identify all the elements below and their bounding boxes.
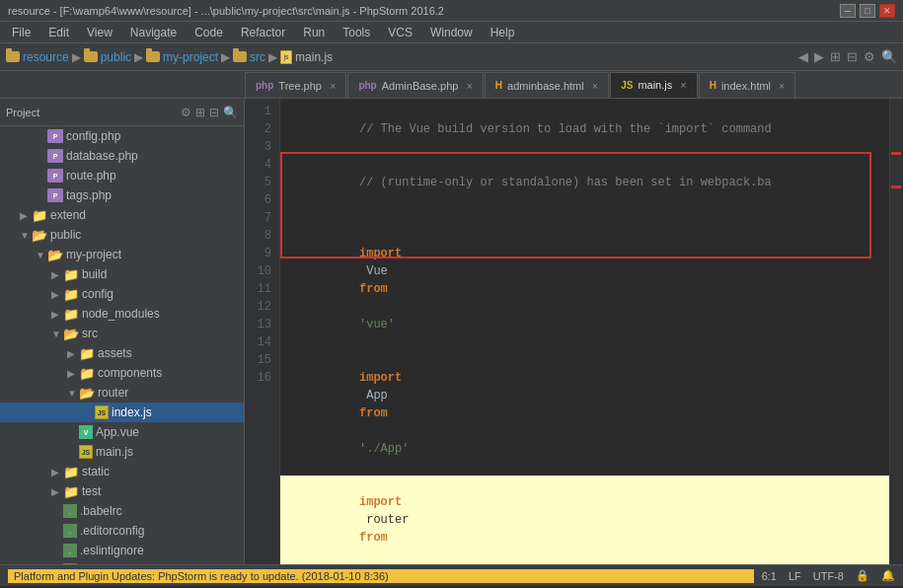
search-icon[interactable]: 🔍 [881,49,897,64]
dot-file-icon: . [63,524,77,538]
menu-item-code[interactable]: Code [187,24,231,41]
folder-icon [6,51,20,62]
nav-forward-icon[interactable]: ▶ [814,49,824,64]
menu-item-navigate[interactable]: Navigate [122,24,185,41]
menu-item-edit[interactable]: Edit [40,24,77,41]
code-line: import Vue from 'vue' [280,227,889,351]
breadcrumb-sep: ▶ [134,50,143,64]
status-message: Platform and Plugin Updates: PhpStorm is… [8,569,754,583]
breadcrumb-item-resource[interactable]: resource [6,50,69,64]
settings-icon[interactable]: ⚙ [864,49,875,64]
tree-config-php[interactable]: P config.php [0,126,244,146]
menu-item-run[interactable]: Run [295,24,333,41]
folder-icon: 📁 [79,346,95,361]
tree-config[interactable]: ▶ 📁 config [0,284,244,304]
code-line-6: import router from './router' [280,476,889,564]
tree-node-modules[interactable]: ▶ 📁 node_modules [0,304,244,324]
menu-item-file[interactable]: File [4,24,38,41]
sidebar-icon-1[interactable]: ⚙ [181,106,191,119]
folder-icon: 📁 [63,465,79,479]
sidebar: Project ⚙ ⊞ ⊟ 🔍 P config.php P database.… [0,99,245,564]
tree-router[interactable]: ▼ 📂 router [0,383,244,403]
menu-item-vcs[interactable]: VCS [380,24,420,41]
breadcrumb: resource ▶ public ▶ my-project ▶ src ▶ j… [6,50,794,64]
code-line [280,209,889,227]
php-file-icon: P [47,149,63,163]
folder-icon [146,51,160,62]
sidebar-icon-3[interactable]: ⊟ [209,106,219,119]
status-right: 6:1 LF UTF-8 🔒 🔔 [762,569,895,582]
tab-adminbase-php[interactable]: php AdminBase.php × [347,72,483,98]
tab-close-button[interactable]: × [592,80,598,92]
sidebar-header: Project ⚙ ⊞ ⊟ 🔍 [0,99,244,126]
breadcrumb-item-src[interactable]: src [233,50,265,64]
tree-route-php[interactable]: P route.php [0,166,244,185]
tab-tree-php[interactable]: php Tree.php × [245,72,346,98]
status-icon-2: 🔔 [881,569,895,582]
breadcrumb-item-public[interactable]: public [84,50,131,64]
html-icon: H [710,80,716,91]
sidebar-icon-4[interactable]: 🔍 [223,106,238,119]
tree-babelrc[interactable]: . .babelrc [0,501,244,521]
tree-eslintignore[interactable]: . .eslintignore [0,541,244,560]
menu-item-tools[interactable]: Tools [335,24,378,41]
tree-components[interactable]: ▶ 📁 components [0,363,244,383]
menu-item-help[interactable]: Help [483,24,523,41]
tab-main-js[interactable]: JS main.js × [610,72,698,98]
folder-icon [233,51,247,62]
toolbar: resource ▶ public ▶ my-project ▶ src ▶ j… [0,43,903,71]
tab-adminbase-html[interactable]: H adminbase.html × [485,72,609,98]
line-ending: LF [789,570,801,582]
tree-myproject[interactable]: ▼ 📂 my-project [0,245,244,264]
html-icon: H [495,80,502,91]
editor-area: 1 2 3 4 5 6 7 8 9 10 11 12 13 14 15 16 [245,99,903,564]
tab-close-button[interactable]: × [779,80,785,92]
tree-extend[interactable]: ▶ 📁 extend [0,205,244,225]
tab-close-button[interactable]: × [330,80,336,92]
breadcrumb-item-myproject[interactable]: my-project [146,50,218,64]
minimize-button[interactable]: ─ [840,4,856,18]
expand-icon[interactable]: ⊞ [830,49,841,64]
folder-icon: 📁 [63,287,79,302]
folder-icon: 📁 [79,366,95,381]
breadcrumb-item-mainjs[interactable]: js main.js [280,50,333,64]
breadcrumb-sep: ▶ [72,50,81,64]
tree-src[interactable]: ▼ 📂 src [0,324,244,343]
collapse-icon[interactable]: ⊟ [847,49,858,64]
tree-static[interactable]: ▶ 📁 static [0,462,244,481]
nav-back-icon[interactable]: ◀ [798,49,808,64]
tab-index-html[interactable]: H index.html × [699,72,796,98]
tab-close-button[interactable]: × [680,79,686,91]
tree-router-indexjs[interactable]: JS index.js [0,403,244,422]
vue-file-icon: V [79,425,93,439]
tree-database-php[interactable]: P database.php [0,146,244,166]
title-bar: resource - [F:\wamp64\www\resource] - ..… [0,0,903,22]
encoding: UTF-8 [813,570,844,582]
php-file-icon: P [47,129,63,143]
menu-item-window[interactable]: Window [422,24,481,41]
maximize-button[interactable]: □ [860,4,875,18]
tree-public[interactable]: ▼ 📂 public [0,225,244,245]
menu-item-refactor[interactable]: Refactor [233,24,293,41]
menu-bar: FileEditViewNavigateCodeRefactorRunTools… [0,22,903,43]
tree-main-js[interactable]: JS main.js [0,442,244,462]
tree-eslintrcjs[interactable]: . .eslintrc.js [0,560,244,564]
menu-item-view[interactable]: View [79,24,120,41]
tree-assets[interactable]: ▶ 📁 assets [0,343,244,363]
tree-editorconfig[interactable]: . .editorconfig [0,521,244,541]
sidebar-icon-2[interactable]: ⊞ [195,106,205,119]
right-gutter [889,99,903,564]
toolbar-right: ◀ ▶ ⊞ ⊟ ⚙ 🔍 [798,49,897,64]
code-editor[interactable]: // The Vue build version to load with th… [280,99,889,564]
folder-icon: 📁 [63,307,79,322]
status-icon-1: 🔒 [856,569,869,582]
tree-build[interactable]: ▶ 📁 build [0,264,244,284]
folder-icon [84,51,98,62]
cursor-position: 6:1 [762,570,777,582]
close-button[interactable]: ✕ [879,4,895,18]
tree-tags-php[interactable]: P tags.php [0,185,244,205]
tree-app-vue[interactable]: V App.vue [0,422,244,442]
window-controls: ─ □ ✕ [840,4,895,18]
tree-test[interactable]: ▶ 📁 test [0,481,244,501]
tab-close-button[interactable]: × [466,80,472,92]
